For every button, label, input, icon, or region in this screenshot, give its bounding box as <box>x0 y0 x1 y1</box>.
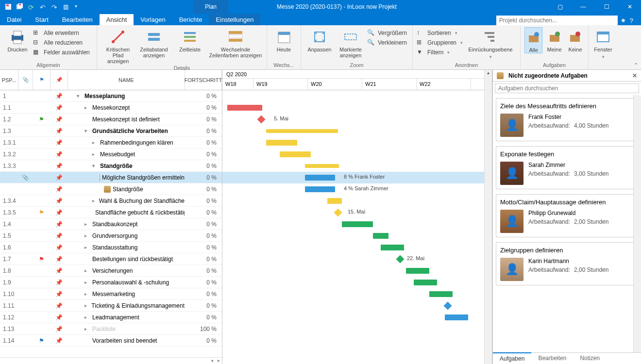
task-row[interactable]: 1.14⚑📌Vorarbeiten sind beendet0 % <box>0 335 222 347</box>
gantt-row[interactable]: 22. Mai <box>222 253 492 265</box>
gantt-row[interactable] <box>222 312 492 323</box>
task-row[interactable]: 1.6📌▸Standausstattung0 % <box>0 242 222 253</box>
close-icon[interactable]: ✕ <box>619 0 641 14</box>
row-colors-button[interactable]: Wechselnde Zeilenfarben anzeigen <box>209 27 262 58</box>
project-search-input[interactable] <box>496 16 618 25</box>
col-progress[interactable]: FORTSCHRITT <box>185 70 222 90</box>
task-row[interactable]: 1.3.2📌▸Messebudget0 % <box>0 149 222 160</box>
qat-dropdown-icon[interactable]: ▾ <box>75 3 82 10</box>
task-rows[interactable]: 1📌▾Messeplanung0 %1.1📌▸Messekonzept0 %1.… <box>0 90 222 357</box>
tab-ansicht[interactable]: Ansicht <box>100 14 134 25</box>
task-row[interactable]: 1.2⚑📌Messekonzept ist definiert0 % <box>0 114 222 125</box>
gantt-row[interactable]: 15. Mai <box>222 207 492 218</box>
panel-tab-bearbeiten[interactable]: Bearbeiten <box>531 353 573 364</box>
gantt-bar[interactable] <box>305 175 335 181</box>
gantt-bar[interactable] <box>445 314 468 320</box>
gantt-bar[interactable] <box>305 186 335 192</box>
gantt-row[interactable]: 5. Mai <box>222 114 492 125</box>
gantt-row[interactable]: 4 % Sarah Zimmer <box>222 183 492 195</box>
tab-bearbeiten[interactable]: Bearbeiten <box>55 14 100 25</box>
gantt-bar[interactable] <box>414 280 437 285</box>
task-row[interactable]: 1.8📌▸Versicherungen0 % <box>0 265 222 277</box>
gantt-bar[interactable] <box>266 140 297 146</box>
collapse-all-button[interactable]: ⊟Alle reduzieren <box>33 39 90 47</box>
task-row[interactable]: 1📌▾Messeplanung0 % <box>0 90 222 102</box>
task-row[interactable]: 1.4📌▸Standbaukonzept0 % <box>0 218 222 230</box>
unassigned-task-card[interactable]: Ziele des Messeauftritts definieren👤Fran… <box>496 98 638 141</box>
task-row[interactable]: 1.3📌▾Grundsätzliche Vorarbeiten0 % <box>0 125 222 137</box>
context-tab-plan[interactable]: Plan <box>193 0 228 14</box>
col-psp[interactable]: PSP... <box>0 70 18 90</box>
scroll-up-icon[interactable]: ▴ <box>485 70 492 78</box>
task-row[interactable]: 1.3.5⚑📌Standfläche gebucht & rückbestäti… <box>0 207 222 218</box>
panel-tab-aufgaben[interactable]: Aufgaben <box>493 352 531 364</box>
expand-all-button[interactable]: ⊞Alle erweitern <box>33 29 90 37</box>
tasks-none-button[interactable]: Keine <box>566 27 584 52</box>
task-row[interactable]: 1.10📌▸Messemarketing0 % <box>0 288 222 300</box>
tab-berichte[interactable]: Berichte <box>172 14 209 25</box>
gantt-bar[interactable] <box>406 268 429 274</box>
show-selected-button[interactable]: Markierte anzeigen <box>336 27 365 58</box>
timeline-button[interactable]: Zeitleiste <box>173 27 207 52</box>
task-row[interactable]: 1.5📌▸Grundversorgung0 % <box>0 230 222 242</box>
gantt-milestone[interactable] <box>334 209 342 217</box>
task-search-input[interactable] <box>495 83 639 93</box>
task-row[interactable]: 1.1📌▸Messekonzept0 % <box>0 102 222 114</box>
gantt-scrollbar[interactable]: ▴ <box>484 70 492 364</box>
ribbon-collapse-icon[interactable]: ⌃ <box>634 62 638 68</box>
gantt-bar[interactable] <box>227 105 262 111</box>
unassigned-task-card[interactable]: Exponate festlegen👤Sarah ZimmerArbeitsau… <box>496 146 638 189</box>
gantt-row[interactable] <box>222 265 492 277</box>
save-icon[interactable] <box>5 3 12 10</box>
gantt-row[interactable] <box>222 335 492 347</box>
zoom-out-button[interactable]: 🔍Verkleinern <box>367 39 407 47</box>
tasks-all-button[interactable]: Alle <box>524 27 542 53</box>
minimize-icon[interactable]: ― <box>572 0 594 14</box>
panel-scrollbar[interactable] <box>633 95 641 352</box>
col-flag[interactable]: ⚑ <box>33 70 51 90</box>
gantt-bar[interactable] <box>327 198 342 204</box>
ribbon-display-icon[interactable]: ▢ <box>549 0 571 14</box>
unassigned-task-card[interactable]: Motto/Claim/Hauptaussage definieren👤Phil… <box>496 194 638 237</box>
gantt-body[interactable]: 5. Mai8 % Frank Foster4 % Sarah Zimmer15… <box>222 90 492 364</box>
task-row[interactable]: 📌Standgröße0 % <box>0 183 222 195</box>
col-pin[interactable]: 📌 <box>51 70 68 90</box>
filter-button[interactable]: ▼Filtern▾ <box>417 49 463 56</box>
gantt-milestone[interactable] <box>396 255 405 264</box>
gantt-chart[interactable]: Q2 2020 W18W19W20W21W22 5. Mai8 % Frank … <box>222 70 492 364</box>
gantt-row[interactable] <box>222 323 492 335</box>
gantt-row[interactable] <box>222 195 492 207</box>
tasks-mine-button[interactable]: Meine <box>544 27 564 52</box>
gantt-row[interactable] <box>222 218 492 230</box>
gantt-bar[interactable] <box>280 151 311 157</box>
tab-vorlagen[interactable]: Vorlagen <box>134 14 172 25</box>
today-button[interactable]: Heute <box>271 27 297 52</box>
gantt-milestone[interactable] <box>444 302 452 310</box>
gantt-row[interactable] <box>222 102 492 114</box>
gantt-row[interactable] <box>222 242 492 253</box>
gantt-row[interactable] <box>222 230 492 242</box>
gantt-summary-bar[interactable] <box>305 164 339 168</box>
task-row[interactable]: 1.13📌▸Packliste100 % <box>0 323 222 335</box>
task-row[interactable]: 📎📌Mögliche Standgrößen ermitteln0 % <box>0 172 222 183</box>
task-row[interactable]: 1.3.3📌▾Standgröße0 % <box>0 160 222 172</box>
tab-datei[interactable]: Datei <box>0 14 28 25</box>
gantt-summary-bar[interactable] <box>266 129 338 133</box>
gantt-row[interactable] <box>222 300 492 312</box>
sort-button[interactable]: ↕Sortieren▾ <box>417 29 463 37</box>
maximize-icon[interactable]: ☐ <box>595 0 618 14</box>
gantt-row[interactable] <box>222 160 492 172</box>
gantt-row[interactable] <box>222 288 492 300</box>
task-row[interactable]: 1.3.1📌▸Rahmenbedingungen klären0 % <box>0 137 222 149</box>
grid-resize-left-icon[interactable]: ◂ <box>208 358 215 364</box>
panel-close-icon[interactable]: ✕ <box>632 72 637 79</box>
task-row[interactable]: 1.11📌▸Ticketing & Einladungsmanagement0 … <box>0 300 222 312</box>
document-icon[interactable]: ▥ <box>63 3 70 10</box>
save-all-icon[interactable] <box>17 3 23 10</box>
fit-button[interactable]: Anpassen <box>305 27 334 52</box>
gantt-bar[interactable] <box>429 291 453 297</box>
tab-start[interactable]: Start <box>28 14 55 25</box>
gantt-row[interactable]: 8 % Frank Foster <box>222 172 492 183</box>
task-row[interactable]: 1.12📌▸Leadmanagement0 % <box>0 312 222 323</box>
col-attachment[interactable]: 📎 <box>18 70 33 90</box>
